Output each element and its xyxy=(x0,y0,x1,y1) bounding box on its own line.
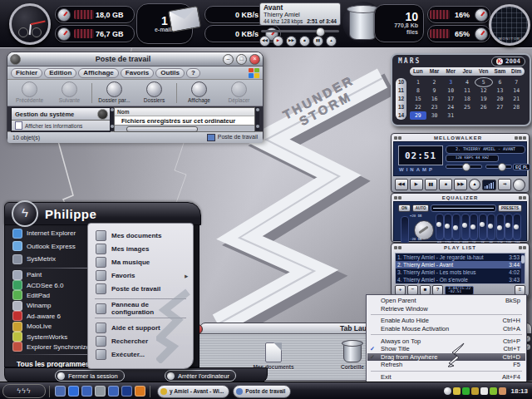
equalizer-window-buttons[interactable] xyxy=(519,196,526,200)
calendar-date[interactable]: 16 xyxy=(426,95,443,103)
calendar-year-pill[interactable]: K 2004 xyxy=(491,57,525,66)
calendar-date[interactable]: 14 xyxy=(508,86,525,95)
eq-slider[interactable] xyxy=(505,214,513,240)
eq-slider[interactable] xyxy=(470,214,478,240)
sidebar-toggle-icon[interactable] xyxy=(97,109,108,120)
submenu-item-ma-musique[interactable]: Ma musique xyxy=(88,255,193,268)
toolbar-dossier-par[interactable]: Dossier par... xyxy=(95,81,134,104)
quicklaunch-icon-2[interactable] xyxy=(68,386,79,397)
eq-slider[interactable] xyxy=(444,214,452,240)
winamp-eject-icon[interactable]: ▲ xyxy=(469,179,480,190)
calendar-date[interactable]: 10 xyxy=(442,86,459,95)
volume-thumb[interactable] xyxy=(462,163,470,171)
calendar-date[interactable]: 19 xyxy=(475,95,492,103)
calendar-date[interactable]: 22 xyxy=(410,103,426,111)
pl-toggle-button[interactable]: PL xyxy=(520,164,530,170)
tray-icon-5[interactable] xyxy=(490,387,497,395)
calendar-date[interactable]: 5 xyxy=(475,78,492,86)
menu-item[interactable]: ? xyxy=(186,68,200,78)
calendar-date[interactable]: 7 xyxy=(508,78,525,86)
winamp-window-buttons[interactable] xyxy=(515,136,526,140)
submenu-item-favoris[interactable]: Favoris▶ xyxy=(88,269,193,283)
task-poste-de-travail[interactable]: Poste de travail xyxy=(233,385,291,398)
calendar-date[interactable]: 1 xyxy=(410,78,426,86)
context-item-always-on-top[interactable]: Always on TopCtrl+P xyxy=(367,337,525,345)
winamp-transport-1-icon[interactable]: ▶ xyxy=(410,179,423,190)
quicklaunch-icon-7[interactable] xyxy=(135,386,145,397)
tray-icon-3[interactable] xyxy=(471,387,479,395)
sidebar-header[interactable]: Gestion du système xyxy=(12,108,110,121)
playlist-scrollbar[interactable] xyxy=(521,254,525,283)
dock-transport-2-icon[interactable]: ▶▶ xyxy=(286,36,297,47)
tray-icon-4[interactable] xyxy=(480,387,488,395)
context-item-retrieve-window[interactable]: Retrieve Window xyxy=(367,305,525,313)
seek-slider[interactable] xyxy=(261,30,339,32)
calendar-date[interactable]: 3 xyxy=(442,78,459,86)
context-item-enable-auto-hide[interactable]: Enable Auto HideCtrl+H xyxy=(367,317,525,325)
preamp-slider[interactable] xyxy=(401,216,409,244)
context-item-enable-mouse-activation[interactable]: Enable Mouse ActivationCtrl+A xyxy=(367,325,525,333)
eq-auto-button[interactable]: AUTO xyxy=(412,204,430,212)
calendar-date[interactable]: 27 xyxy=(492,103,509,111)
playlist-track[interactable]: 1. Thierry Amiel - Je regarde là-haut3:5… xyxy=(396,254,525,261)
playlist-track[interactable]: 2. Thierry Amiel - Avant3:44 xyxy=(396,261,525,268)
calendar-date[interactable]: 4 xyxy=(459,78,475,86)
toolbar-dossiers[interactable]: Dossiers xyxy=(135,81,174,104)
menu-outils[interactable]: Outils xyxy=(155,68,185,78)
submenu-item-mes-images[interactable]: Mes images xyxy=(88,242,193,255)
minimize-button[interactable]: – xyxy=(223,54,234,65)
tray-icon-2[interactable] xyxy=(462,387,470,395)
calendar-date[interactable]: 23 xyxy=(426,103,443,111)
menu-edition[interactable]: Edition xyxy=(44,68,76,78)
winamp-shuffle-icon[interactable]: ⇒ xyxy=(498,179,511,190)
calendar-date[interactable]: 12 xyxy=(475,86,492,95)
calendar-date[interactable]: 30 xyxy=(426,111,443,120)
calendar-date[interactable]: 31 xyxy=(442,111,459,120)
playlist-window-buttons[interactable] xyxy=(519,246,526,249)
calendar-date[interactable]: 2 xyxy=(426,78,443,86)
explorer-titlebar[interactable]: Poste de travail – □ × xyxy=(7,52,263,66)
calendar-date[interactable]: 6 xyxy=(492,78,509,86)
calendar-date[interactable]: 25 xyxy=(459,103,475,111)
winamp-transport-3-icon[interactable]: ■ xyxy=(439,179,452,190)
winamp-knob[interactable] xyxy=(513,179,525,191)
eq-slider[interactable] xyxy=(496,214,505,240)
sidebar-item[interactable]: Afficher les informations xyxy=(12,121,110,131)
tray-expand-icon[interactable] xyxy=(444,387,451,395)
menu-favoris[interactable]: Favoris xyxy=(121,68,154,78)
logoff-button[interactable]: Fermer la session xyxy=(55,370,125,382)
dock-transport-0-icon[interactable]: ◀◀ xyxy=(259,36,270,47)
menu-fichier[interactable]: Fichier xyxy=(11,68,42,78)
eq-slider[interactable] xyxy=(452,214,461,240)
calendar-date[interactable]: 15 xyxy=(410,95,426,103)
eq-slider[interactable] xyxy=(513,214,521,240)
winamp-titlebar[interactable]: MELLOWALKER xyxy=(392,134,529,141)
context-item-open-parent[interactable]: Open ParentBkSp xyxy=(367,297,525,305)
calendar-date[interactable]: 20 xyxy=(492,95,509,103)
playlist-track[interactable]: 4. Thierry Amiel - On s'envole3:43 xyxy=(396,276,525,283)
eq-on-button[interactable]: ON xyxy=(398,204,411,212)
calendar-date[interactable]: 26 xyxy=(475,103,492,111)
scrollbar-thumb[interactable] xyxy=(126,126,198,132)
toolbar-affichage[interactable]: Affichage xyxy=(180,81,219,104)
context-item-exit[interactable]: ExitAlt+F4 xyxy=(367,373,525,382)
start-button[interactable]: ϟϟϟ xyxy=(2,384,46,398)
calendar-date[interactable]: 9 xyxy=(426,86,443,95)
dock-transport-3-icon[interactable]: ■ xyxy=(299,36,310,47)
shutdown-button[interactable]: Arrêter l'ordinateur xyxy=(165,370,236,382)
dock-transport-1-icon[interactable]: ▶ xyxy=(273,36,283,47)
dock-transport-5-icon[interactable]: ▲ xyxy=(326,36,337,47)
eq-slider[interactable] xyxy=(487,214,495,240)
winamp-transport-2-icon[interactable]: ▮▮ xyxy=(425,179,438,190)
context-item-refresh[interactable]: RefreshF5 xyxy=(367,361,525,369)
eq-slider[interactable] xyxy=(461,214,470,240)
maximize-button[interactable]: □ xyxy=(236,54,247,65)
column-header-name[interactable]: Nom xyxy=(115,108,254,116)
playlist-track[interactable]: 3. Thierry Amiel - Les mots bleus4:02 xyxy=(396,268,525,276)
calendar-date[interactable]: 17 xyxy=(442,95,459,103)
horizontal-scrollbar[interactable] xyxy=(115,125,254,131)
task-y-amiel-avant-wi[interactable]: y Amiel - Avant - Wi... xyxy=(157,385,229,398)
calendar-date[interactable]: 8 xyxy=(410,86,426,95)
context-item-show-title[interactable]: ✓Show TitleCtrl+T xyxy=(367,345,525,353)
winamp-transport-0-icon[interactable]: ◀◀ xyxy=(395,179,408,190)
